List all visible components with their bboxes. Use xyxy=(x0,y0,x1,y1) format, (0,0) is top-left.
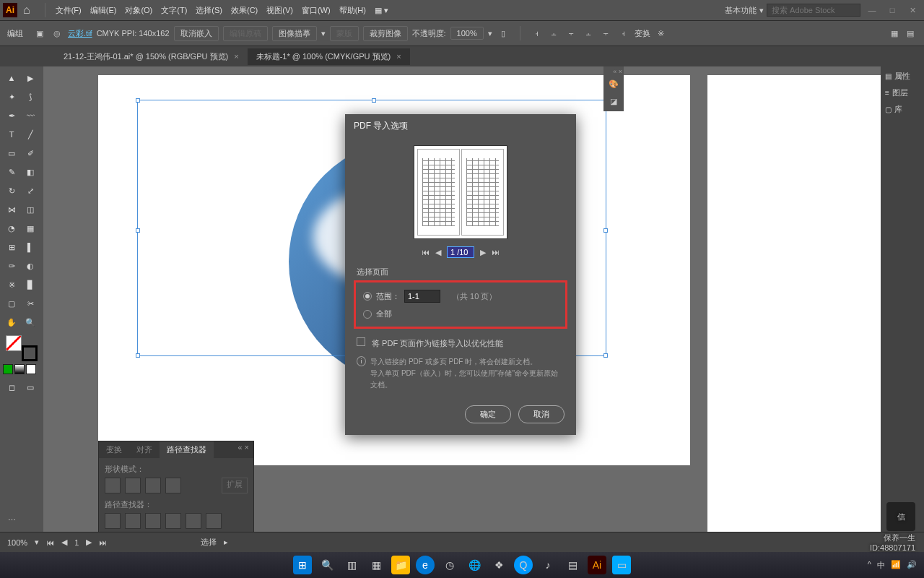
prev-page-icon[interactable]: ◀ xyxy=(435,248,441,257)
app-icon[interactable]: ◷ xyxy=(440,556,459,574)
slice-tool[interactable]: ✂ xyxy=(22,295,39,312)
cancel-embed-button[interactable]: 取消嵌入 xyxy=(174,26,219,41)
gradient-swatch[interactable] xyxy=(14,364,25,374)
tab-pathfinder[interactable]: 路径查找器 xyxy=(160,441,214,458)
app-icon[interactable]: ❖ xyxy=(489,556,508,574)
target-icon[interactable]: ◎ xyxy=(51,27,64,40)
selection-tool[interactable]: ▲ xyxy=(3,69,20,87)
eraser-tool[interactable]: ◧ xyxy=(22,163,39,181)
ime-icon[interactable]: 中 xyxy=(877,560,885,571)
direct-selection-tool[interactable]: ▶ xyxy=(22,69,39,87)
divide-icon[interactable] xyxy=(105,513,121,529)
next-page-icon[interactable]: ▶ xyxy=(480,248,486,257)
rectangle-tool[interactable]: ▭ xyxy=(3,144,20,162)
draw-mode[interactable]: ◻ xyxy=(3,379,20,396)
search-icon[interactable]: 🔍 xyxy=(318,556,336,574)
menu-effect[interactable]: 效果(C) xyxy=(227,5,262,16)
chrome-icon[interactable]: 🌐 xyxy=(465,556,484,574)
page-input[interactable] xyxy=(447,246,474,258)
type-tool[interactable]: T xyxy=(3,126,20,143)
layout-icon[interactable]: ▦ ▾ xyxy=(370,6,393,15)
screen-mode[interactable]: ▭ xyxy=(22,379,39,396)
align-top-icon[interactable]: ⫠ xyxy=(583,27,596,40)
stroke-swatch[interactable] xyxy=(22,345,38,361)
minus-back-icon[interactable] xyxy=(206,513,222,529)
panel-icon[interactable]: ▤ xyxy=(904,27,917,40)
edit-toolbar[interactable]: ⋯ xyxy=(3,512,20,529)
brush-tool[interactable]: ✐ xyxy=(22,144,39,162)
link-checkbox[interactable] xyxy=(357,337,365,346)
crop-icon[interactable] xyxy=(165,513,181,529)
fill-swatch[interactable] xyxy=(6,335,22,351)
align-center-icon[interactable]: ⫠ xyxy=(548,27,561,40)
app-icon[interactable]: ▭ xyxy=(612,556,631,574)
next-artboard-icon[interactable]: ▶ xyxy=(86,538,92,547)
artboard-number[interactable]: 1 xyxy=(74,538,79,547)
scale-tool[interactable]: ⤢ xyxy=(22,182,39,199)
widgets-icon[interactable]: ▦ xyxy=(367,556,385,574)
panel-libraries[interactable]: ▢ 库 xyxy=(885,104,920,115)
align-left-icon[interactable]: ⫞ xyxy=(531,27,544,40)
tab-close-icon[interactable]: × xyxy=(234,52,238,61)
magic-wand-tool[interactable]: ✦ xyxy=(3,88,20,105)
minus-front-icon[interactable] xyxy=(125,478,141,493)
tray-chevron-icon[interactable]: ^ xyxy=(868,560,871,571)
last-page-icon[interactable]: ⏭ xyxy=(492,248,500,256)
exclude-icon[interactable] xyxy=(165,478,181,493)
floating-panel[interactable]: « × 🎨 ◪ xyxy=(603,66,624,111)
home-icon[interactable]: ⌂ xyxy=(23,4,30,17)
prev-artboard-icon[interactable]: ◀ xyxy=(61,538,67,547)
shape-builder-tool[interactable]: ◔ xyxy=(3,220,20,237)
chevron-down-icon[interactable]: ▾ xyxy=(35,538,39,547)
range-input[interactable] xyxy=(404,290,440,303)
panel-icon[interactable]: ▦ xyxy=(888,27,901,40)
align-icon[interactable]: ▯ xyxy=(497,27,510,40)
merge-icon[interactable] xyxy=(145,513,161,529)
opacity-value[interactable]: 100% xyxy=(450,27,484,40)
align-right-icon[interactable]: ⫟ xyxy=(565,27,578,40)
wifi-icon[interactable]: 📶 xyxy=(891,560,901,571)
chevron-down-icon[interactable]: ▾ xyxy=(321,29,326,38)
trim-icon[interactable] xyxy=(125,513,141,529)
symbol-tool[interactable]: ※ xyxy=(3,276,20,293)
menu-help[interactable]: 帮助(H) xyxy=(335,5,370,16)
menu-type[interactable]: 文字(T) xyxy=(157,5,191,16)
pen-tool[interactable]: ✒ xyxy=(3,107,20,124)
pathfinder-panel[interactable]: 变换 对齐 路径查找器 « × 形状模式： 扩展 路径查找器： xyxy=(98,441,254,532)
width-tool[interactable]: ⋈ xyxy=(3,201,20,218)
transform-icon[interactable]: ※ xyxy=(655,27,668,40)
app-icon[interactable]: Q xyxy=(514,556,533,574)
eyedropper-tool[interactable]: ✑ xyxy=(3,257,20,275)
app-icon[interactable]: ♪ xyxy=(539,556,557,574)
edge-icon[interactable]: e xyxy=(416,556,435,574)
tab-align[interactable]: 对齐 xyxy=(129,441,160,458)
cancel-button[interactable]: 取消 xyxy=(518,405,565,423)
close-button[interactable]: ✕ xyxy=(904,3,921,17)
range-radio[interactable] xyxy=(363,292,372,301)
chevron-right-icon[interactable]: ▸ xyxy=(224,538,228,547)
linked-file[interactable]: 云彩.tif xyxy=(68,28,92,39)
first-page-icon[interactable]: ⏮ xyxy=(422,248,430,256)
rotate-tool[interactable]: ↻ xyxy=(3,182,20,199)
menu-view[interactable]: 视图(V) xyxy=(262,5,297,16)
menu-object[interactable]: 对象(O) xyxy=(121,5,157,16)
illustrator-icon[interactable]: Ai xyxy=(588,556,606,574)
menu-file[interactable]: 文件(F) xyxy=(51,5,86,16)
explorer-icon[interactable]: 📁 xyxy=(391,556,410,574)
curvature-tool[interactable]: 〰 xyxy=(22,107,39,124)
status-select[interactable]: 选择 xyxy=(201,537,217,548)
color-icon[interactable]: 🎨 xyxy=(605,75,622,92)
first-artboard-icon[interactable]: ⏮ xyxy=(46,538,54,547)
lasso-tool[interactable]: ⟆ xyxy=(22,88,39,105)
ok-button[interactable]: 确定 xyxy=(465,405,511,423)
document-tab[interactable]: 21-12-王鸿伟-01.ai* @ 150% (RGB/GPU 预览) × xyxy=(55,48,248,65)
volume-icon[interactable]: 🔊 xyxy=(907,560,917,571)
crop-button[interactable]: 裁剪图像 xyxy=(363,26,408,41)
zoom-level[interactable]: 100% xyxy=(7,538,27,547)
tab-transform[interactable]: 变换 xyxy=(99,441,129,458)
gradient-tool[interactable]: ▌ xyxy=(22,238,39,256)
transform-label[interactable]: 变换 xyxy=(635,28,650,39)
color-swatch[interactable] xyxy=(3,364,13,374)
shaper-tool[interactable]: ✎ xyxy=(3,163,20,181)
minimize-button[interactable]: — xyxy=(863,3,881,17)
